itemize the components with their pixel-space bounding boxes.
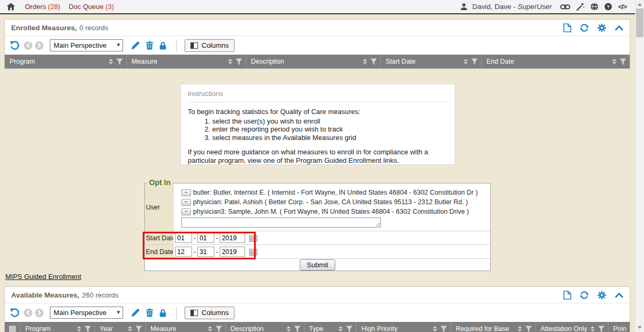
prev-icon[interactable] (24, 41, 32, 50)
sort-icon[interactable] (338, 326, 343, 331)
start-day-input[interactable] (197, 233, 214, 243)
filter-icon[interactable] (236, 58, 242, 65)
filter-icon[interactable] (135, 326, 142, 332)
sort-icon[interactable] (433, 326, 437, 331)
filter-icon[interactable] (598, 326, 605, 332)
filter-icon[interactable] (525, 326, 532, 332)
calendar-icon[interactable] (249, 248, 257, 256)
home-icon[interactable] (6, 3, 15, 11)
sort-icon[interactable] (363, 59, 367, 64)
undo-icon[interactable] (10, 308, 20, 318)
column-header-points[interactable]: Poin (608, 322, 630, 332)
sort-icon[interactable] (77, 326, 81, 331)
new-record-icon[interactable] (563, 291, 571, 300)
filter-icon[interactable] (294, 326, 301, 332)
toolbar-divider (176, 307, 177, 319)
column-header-end-date[interactable]: End Date (482, 55, 630, 68)
column-header-high-priority[interactable]: High Priority (356, 322, 451, 332)
perspective-select[interactable]: Main Perspective (50, 39, 123, 51)
columns-button[interactable]: Columns (185, 39, 234, 52)
lock-icon[interactable] (159, 41, 167, 50)
code-icon[interactable]: </> (618, 3, 626, 11)
filter-icon[interactable] (346, 326, 353, 332)
sort-icon[interactable] (612, 59, 616, 64)
end-year-input[interactable] (220, 247, 245, 257)
next-icon[interactable] (35, 41, 43, 50)
filter-icon[interactable] (471, 58, 478, 65)
remove-user-button[interactable]: − (181, 208, 191, 215)
columns-button[interactable]: Columns (185, 307, 234, 319)
column-header-type[interactable]: Type (304, 322, 357, 332)
calendar-icon[interactable] (249, 234, 257, 242)
vertical-scrollbar[interactable] (635, 0, 644, 332)
help-icon[interactable]: ? (604, 3, 612, 11)
nav-doc-queue[interactable]: Doc Queue (3) (68, 3, 114, 11)
user-search-input[interactable] (181, 217, 381, 228)
filter-icon[interactable] (440, 326, 447, 332)
start-month-input[interactable] (175, 233, 192, 243)
start-year-input[interactable] (220, 233, 245, 243)
panel-title: Enrolled Measures, (11, 24, 77, 32)
mips-guided-enrollment-link[interactable]: MIPS Guided Enrollment (5, 273, 81, 281)
settings-gear-icon[interactable] (597, 291, 606, 300)
columns-grid-icon (190, 310, 198, 316)
sort-icon[interactable] (109, 59, 113, 64)
lock-icon[interactable] (159, 309, 167, 317)
user-role: SuperUser (518, 3, 552, 11)
sort-icon[interactable] (590, 326, 595, 331)
undo-icon[interactable] (10, 40, 20, 50)
edit-pencil-icon[interactable] (131, 41, 140, 50)
filter-icon[interactable] (215, 326, 222, 332)
refresh-icon[interactable] (580, 23, 589, 32)
column-header-year[interactable]: Year (95, 322, 146, 332)
delete-trash-icon[interactable] (146, 41, 153, 50)
column-header-description[interactable]: Description (246, 55, 381, 68)
sort-icon[interactable] (128, 326, 132, 331)
remove-user-button[interactable]: − (181, 189, 191, 196)
column-header-description[interactable]: Description (226, 322, 304, 332)
new-record-icon[interactable] (563, 23, 571, 32)
user-selection-cell: − butler: Butler, Internist E. ( Interni… (173, 184, 490, 231)
collapse-chevron-icon[interactable] (615, 25, 623, 31)
record-count: 0 records (80, 24, 108, 32)
scroll-up-icon[interactable] (638, 3, 642, 6)
submit-button[interactable]: Submit (300, 259, 335, 270)
sort-icon[interactable] (464, 59, 468, 64)
end-month-input[interactable] (175, 247, 192, 257)
instructions-steps: select the user(s) you wish to enroll en… (188, 117, 448, 142)
wand-icon[interactable] (576, 3, 585, 11)
prev-icon[interactable] (24, 309, 32, 317)
column-header-program[interactable]: Program (5, 55, 127, 68)
scrollbar-thumb[interactable] (636, 8, 643, 37)
select-all-checkbox[interactable] (9, 326, 16, 332)
sort-icon[interactable] (286, 326, 291, 331)
settings-gear-icon[interactable] (597, 23, 606, 32)
column-header-measure[interactable]: Measure (146, 322, 226, 332)
user-area[interactable]: David, Dave - SuperUser ? </> (460, 3, 641, 11)
globe-icon[interactable] (590, 3, 598, 11)
perspective-select[interactable]: Main Perspective (50, 307, 123, 319)
filter-icon[interactable] (84, 326, 91, 332)
sort-icon[interactable] (518, 326, 522, 331)
next-icon[interactable] (35, 309, 43, 317)
refresh-icon[interactable] (580, 291, 589, 300)
scroll-down-icon[interactable] (638, 326, 642, 329)
remove-user-button[interactable]: − (181, 199, 191, 206)
column-header-measure[interactable]: Measure (127, 55, 246, 68)
column-header-required-for-base[interactable]: Required for Base (451, 322, 536, 332)
sort-icon[interactable] (208, 326, 212, 331)
nav-orders[interactable]: Orders (28) (25, 3, 60, 11)
edit-pencil-icon[interactable] (131, 308, 140, 317)
link-icon[interactable] (560, 4, 570, 10)
filter-icon[interactable] (116, 58, 123, 65)
end-day-input[interactable] (197, 247, 214, 257)
delete-trash-icon[interactable] (146, 309, 153, 317)
column-header-start-date[interactable]: Start Date (381, 55, 482, 68)
instructions-box: Instructions To begin tracking statistic… (180, 84, 455, 165)
sort-icon[interactable] (228, 59, 232, 64)
column-header-attestation-only[interactable]: Attestation Only (536, 322, 608, 332)
filter-icon[interactable] (370, 58, 377, 65)
filter-icon[interactable] (620, 58, 626, 65)
collapse-chevron-icon[interactable] (615, 292, 623, 298)
column-header-program[interactable]: Program (21, 322, 95, 332)
